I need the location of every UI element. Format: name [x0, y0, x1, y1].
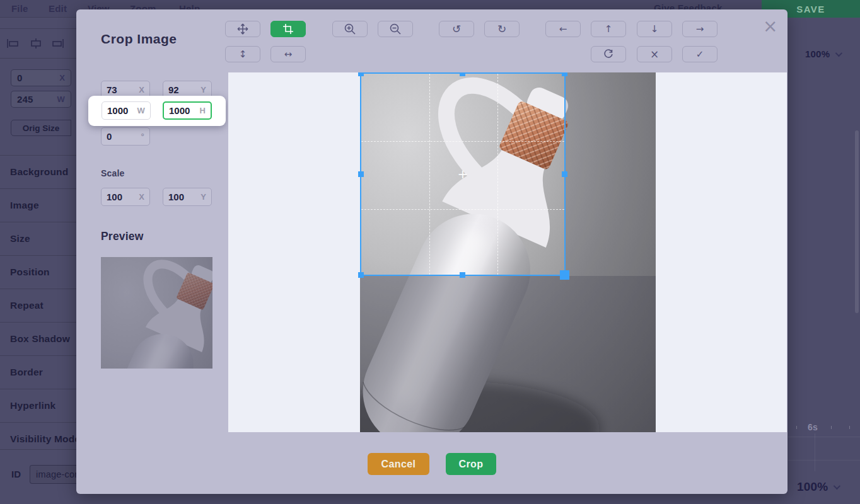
crop-image-dialog: Crop Image × ↺ ↻ ↕ ↔ ← ↑ ↓ → × ✓ [76, 9, 787, 494]
arrow-right-icon: → [696, 25, 704, 34]
flip-vertical-icon: ↕ [239, 50, 247, 59]
timeline-tick [849, 426, 850, 429]
timeline-label: 6s [808, 422, 818, 432]
arrow-up-icon: ↑ [605, 25, 613, 34]
scale-label: Scale [101, 168, 125, 178]
check-icon: ✓ [696, 50, 704, 59]
crop-icon [282, 23, 294, 35]
rotate-right-button[interactable]: ↻ [484, 21, 520, 37]
nudge-left-button[interactable]: ← [545, 21, 581, 37]
chevron-down-icon [834, 483, 840, 490]
nudge-right-button[interactable]: → [682, 21, 718, 37]
crop-width-field[interactable]: W [102, 101, 151, 120]
thirds-guide [361, 209, 564, 210]
crop-handle-se[interactable] [560, 270, 569, 280]
crop-selection[interactable]: + [360, 72, 566, 276]
reset-button[interactable] [591, 46, 626, 62]
zoom-in-button[interactable] [332, 21, 368, 37]
flip-vertical-button[interactable]: ↕ [225, 46, 260, 62]
timeline-playhead [815, 433, 815, 471]
zoom-level-top[interactable]: 100% [805, 49, 840, 59]
chevron-down-icon [835, 49, 842, 56]
cancel-button[interactable]: Cancel [368, 453, 429, 475]
element-x-field[interactable]: 0 X [11, 69, 71, 86]
zoom-out-icon [389, 23, 402, 35]
crop-handle-w[interactable] [358, 171, 364, 177]
x-icon: × [650, 49, 659, 60]
thirds-guide [429, 74, 430, 275]
timeline-grid-line [788, 437, 860, 437]
rotate-right-icon: ↻ [497, 24, 506, 35]
zoom-in-icon [344, 23, 356, 35]
preview-dim-overlay [101, 257, 212, 369]
crop-canvas: + [228, 72, 787, 432]
preview-label: Preview [101, 230, 144, 243]
scale-y-field[interactable]: Y [163, 188, 212, 206]
outside-crop-shade [360, 276, 656, 432]
nudge-down-button[interactable]: ↓ [637, 21, 672, 37]
flip-horizontal-button[interactable]: ↔ [270, 46, 306, 62]
thirds-guide [361, 141, 564, 142]
scrollbar-thumb[interactable] [855, 130, 859, 313]
menu-file[interactable]: File [11, 3, 28, 14]
crop-confirm-button[interactable]: Crop [446, 453, 496, 475]
thirds-guide [497, 74, 498, 275]
timeline-grid-line [788, 460, 860, 461]
crop-handle-nw[interactable] [358, 72, 364, 76]
dialog-title: Crop Image [101, 32, 177, 47]
close-icon[interactable]: × [763, 18, 777, 35]
align-right-icon[interactable] [50, 38, 64, 49]
move-tool-button[interactable] [225, 21, 260, 37]
timeline-tick [796, 426, 797, 429]
apply-button[interactable]: ✓ [682, 46, 718, 62]
zoom-out-button[interactable] [378, 21, 413, 37]
id-label: ID [11, 469, 21, 479]
arrow-down-icon: ↓ [651, 25, 659, 34]
menu-edit[interactable]: Edit [49, 3, 67, 14]
rotate-left-button[interactable]: ↺ [439, 21, 474, 37]
nudge-up-button[interactable]: ↑ [591, 21, 626, 37]
scale-x-field[interactable]: X [101, 188, 150, 206]
crop-handle-sw[interactable] [358, 272, 364, 278]
crop-rotation-field[interactable]: ° [101, 127, 150, 146]
flip-horizontal-icon: ↔ [284, 50, 293, 59]
zoom-level-bottom[interactable]: 100% [797, 480, 839, 494]
timeline-tick [831, 426, 832, 429]
crop-handle-s[interactable] [460, 272, 465, 278]
crop-tool-button[interactable] [270, 21, 306, 37]
align-left-icon[interactable] [6, 38, 20, 49]
crop-preview-thumbnail [101, 257, 212, 369]
crop-height-field[interactable]: H [163, 101, 212, 120]
crop-handle-e[interactable] [562, 171, 567, 177]
reset-icon [603, 49, 614, 60]
crosshair-icon: + [458, 166, 468, 181]
orig-size-button[interactable]: Orig Size [11, 120, 71, 136]
discard-button[interactable]: × [637, 46, 672, 62]
arrow-left-icon: ← [559, 25, 567, 34]
outside-crop-shade [566, 72, 656, 276]
align-center-icon[interactable] [29, 38, 43, 49]
crop-handle-ne[interactable] [562, 72, 567, 76]
rotate-left-icon: ↺ [452, 24, 461, 35]
move-icon [236, 23, 249, 35]
element-width-field[interactable]: 245 W [11, 91, 71, 108]
crop-handle-n[interactable] [460, 72, 465, 76]
